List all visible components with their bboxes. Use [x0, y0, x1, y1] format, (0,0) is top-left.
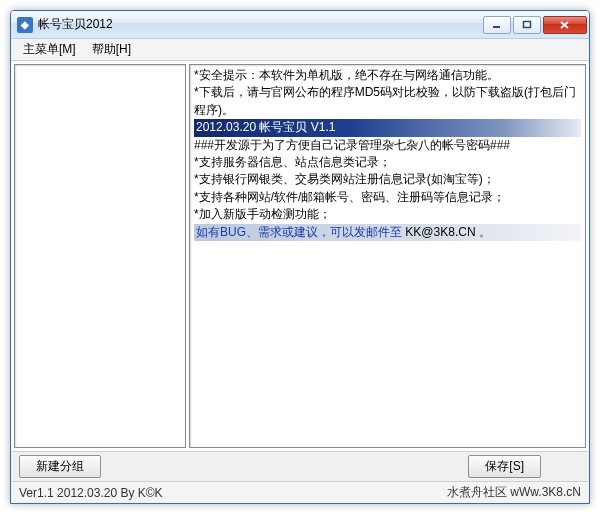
contact-text: 如有BUG、需求或建议，可以发邮件至	[196, 225, 405, 239]
contact-suffix: 。	[476, 225, 491, 239]
body-area: *安全提示：本软件为单机版，绝不存在与网络通信功能。 *下载后，请与官网公布的程…	[11, 61, 589, 451]
status-bar: Ver1.1 2012.03.20 By K©K 水煮舟社区 wWw.3K8.c…	[11, 481, 589, 503]
content-line: *支持服务器信息、站点信息类记录；	[194, 155, 391, 169]
release-banner: 2012.03.20 帐号宝贝 V1.1	[194, 119, 581, 136]
minimize-icon	[492, 20, 502, 30]
contact-banner: 如有BUG、需求或建议，可以发邮件至 KK@3K8.CN 。	[194, 224, 581, 241]
status-version: Ver1.1 2012.03.20 By K©K	[19, 486, 163, 500]
content-line: *下载后，请与官网公布的程序MD5码对比校验，以防下载盗版(打包后门程序)。	[194, 85, 576, 116]
content-line: *支持各种网站/软件/邮箱帐号、密码、注册码等信息记录；	[194, 190, 505, 204]
menu-main[interactable]: 主菜单[M]	[15, 39, 84, 60]
menu-help[interactable]: 帮助[H]	[84, 39, 139, 60]
app-icon: ◆	[17, 17, 33, 33]
svg-rect-1	[524, 21, 531, 27]
content-line: *支持银行网银类、交易类网站注册信息记录(如淘宝等)；	[194, 172, 495, 186]
window-controls	[481, 16, 587, 34]
contact-email: KK@3K8.CN	[405, 225, 475, 239]
button-bar: 新建分组 保存[S]	[11, 451, 589, 481]
window-title: 帐号宝贝2012	[38, 16, 481, 33]
new-group-button[interactable]: 新建分组	[19, 455, 101, 478]
status-community: 水煮舟社区 wWw.3K8.cN	[447, 484, 581, 501]
save-button[interactable]: 保存[S]	[468, 455, 541, 478]
content-line: *安全提示：本软件为单机版，绝不存在与网络通信功能。	[194, 68, 499, 82]
maximize-button[interactable]	[513, 16, 541, 34]
content-panel[interactable]: *安全提示：本软件为单机版，绝不存在与网络通信功能。 *下载后，请与官网公布的程…	[189, 64, 586, 448]
title-bar[interactable]: ◆ 帐号宝贝2012	[11, 11, 589, 39]
content-line: *加入新版手动检测功能；	[194, 207, 331, 221]
close-icon	[559, 20, 571, 30]
content-line: ###开发源于为了方便自己记录管理杂七杂八的帐号密码###	[194, 138, 510, 152]
menu-bar: 主菜单[M] 帮助[H]	[11, 39, 589, 61]
maximize-icon	[522, 20, 532, 30]
minimize-button[interactable]	[483, 16, 511, 34]
group-tree-panel[interactable]	[14, 64, 186, 448]
close-button[interactable]	[543, 16, 587, 34]
app-window: ◆ 帐号宝贝2012 主菜单[M] 帮助[H] *安全提示：本软件为单机版，绝不…	[10, 10, 590, 504]
